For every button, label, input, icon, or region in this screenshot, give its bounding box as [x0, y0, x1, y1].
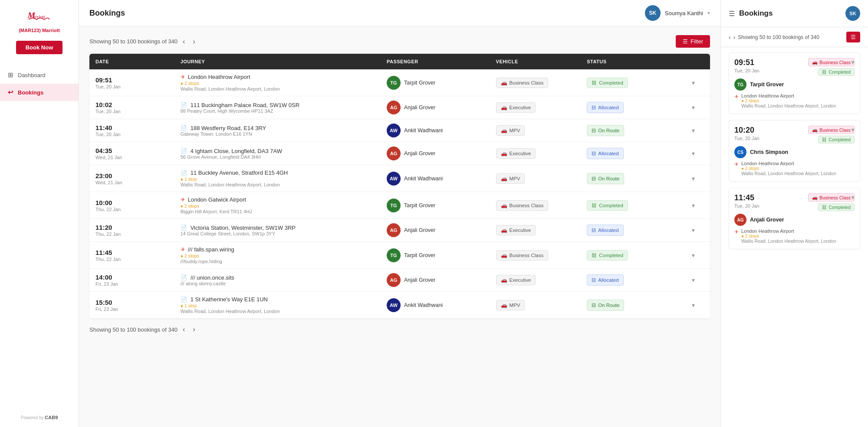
rp-card-badges: 🚗 Business Class ⛓ Completed [808, 58, 855, 76]
passenger-avatar: AG [387, 273, 401, 287]
next-page-button[interactable]: › [190, 37, 197, 46]
sidebar-item-bookings[interactable]: ↩ Bookings [0, 84, 79, 101]
passenger-name: Anjali Grover [404, 104, 435, 111]
passenger-name: Ankit Wadhwani [404, 176, 443, 182]
passenger-avatar: AW [387, 124, 401, 137]
expand-row-button[interactable]: ▾ [690, 78, 697, 88]
doc-icon: 📄 [181, 274, 187, 280]
table-row: 14:00 Fri, 23 Jan 📄 /// union.once.sits … [89, 269, 710, 292]
chevron-down-icon[interactable]: ▾ [707, 10, 710, 16]
passenger-avatar: TG [387, 248, 401, 262]
doc-icon: 📄 [181, 170, 187, 176]
sidebar-item-dashboard[interactable]: ⊞ Dashboard [0, 66, 79, 84]
journey-cell: ✈ London Heathrow Airport ● 2 stops Wall… [174, 69, 381, 96]
rp-journey-row: ✈ London Heathrow Airport ● 2 stops Wall… [734, 228, 855, 244]
rp-cards-list: 09:51 Tue, 20 Jan 🚗 Business Class ⛓ Com… [721, 47, 868, 427]
status-icon: ⊟ [592, 150, 596, 156]
rp-passenger-name: Chris Simpson [750, 149, 788, 155]
bottom-prev-page-button[interactable]: ‹ [180, 325, 187, 334]
table-row: 10:02 Tue, 20 Jan 📄 111 Buckingham Palac… [89, 96, 710, 119]
rp-card-time-date: 11:45 Tue, 20 Jan [734, 193, 760, 209]
avatar: SK [645, 5, 661, 21]
rp-prev-page-button[interactable]: ‹ [729, 34, 731, 41]
rp-expand-button[interactable]: ▾ [851, 58, 855, 66]
rp-passenger-name: Anjali Grover [750, 217, 784, 223]
passenger-avatar: AG [387, 223, 401, 237]
filter-label: Filter [690, 38, 703, 45]
passenger-avatar: TG [387, 76, 401, 90]
expand-row-button[interactable]: ▾ [690, 275, 697, 285]
date-cell: 11:40 Tue, 20 Jan [89, 119, 174, 142]
rp-next-page-button[interactable]: › [733, 34, 736, 41]
rp-expand-button[interactable]: ▾ [851, 193, 855, 202]
status-cell: ⊟ On Route [581, 165, 684, 192]
vehicle-icon: 🚗 [501, 104, 507, 111]
expand-row-button[interactable]: ▾ [690, 173, 697, 184]
rp-plane-icon: ✈ [734, 229, 739, 235]
expand-cell: ▾ [684, 192, 710, 219]
expand-row-button[interactable]: ▾ [690, 148, 697, 159]
journey-cell: ✈ /// falls.span.wiring ● 2 stops ///bud… [174, 242, 381, 269]
passenger-cell: AW Ankit Wadhwani [381, 292, 490, 319]
journey-name: ✈ London Heathrow Airport [181, 74, 375, 80]
status-badge: ⊟ Allocated [587, 274, 623, 286]
rp-journey-details: London Heathrow Airport ● 2 stops Wallis… [741, 161, 836, 176]
expand-cell: ▾ [684, 219, 710, 242]
vehicle-cell: 🚗 Executive [490, 269, 581, 292]
booking-time: 14:00 [95, 274, 168, 281]
prev-page-button[interactable]: ‹ [180, 37, 187, 46]
vehicle-badge: 🚗 Business Class [496, 200, 549, 211]
rp-journey-stops: ● 2 stops [741, 98, 836, 103]
journey-address: /// along.skinny.castle [181, 281, 375, 286]
passenger-avatar: TG [387, 199, 401, 212]
passenger-cell: TG Tarpit Grover [381, 192, 490, 219]
expand-row-button[interactable]: ▾ [690, 225, 697, 235]
journey-name: 📄 Victoria Station, Westminster, SW1W 3R… [181, 225, 375, 231]
vehicle-icon: 🚗 [501, 176, 507, 182]
rp-status-badge: ⛓ Completed [818, 68, 855, 76]
rp-journey-stops: ● 2 stops [741, 234, 836, 238]
status-cell: ⛓ Completed [581, 242, 684, 269]
top-pagination-row: Showing 50 to 100 bookings of 340 ‹ › ☰ … [89, 35, 710, 48]
rp-journey-address: Wallis Road, London Heathrow Airport, Lo… [741, 103, 836, 108]
expand-row-button[interactable]: ▾ [690, 125, 697, 136]
rp-filter-button[interactable]: ☰ [846, 32, 860, 42]
rp-card-date: Tue, 20 Jan [734, 203, 760, 209]
booking-time: 15:50 [95, 299, 168, 306]
rp-status-icon: ⛓ [822, 69, 827, 75]
rp-journey-name: London Heathrow Airport [741, 161, 836, 166]
expand-row-button[interactable]: ▾ [690, 300, 697, 310]
journey-address: Biggin Hill Airport, Kent TR11 4HJ [181, 209, 375, 214]
journey-name: ✈ /// falls.span.wiring [181, 246, 375, 253]
passenger-avatar: AG [387, 101, 401, 114]
status-cell: ⊟ Allocated [581, 219, 684, 242]
vehicle-icon: 🚗 [501, 127, 507, 134]
date-cell: 14:00 Fri, 23 Jan [89, 269, 174, 292]
filter-button[interactable]: ☰ Filter [676, 35, 710, 48]
status-badge: ⛓ Completed [587, 78, 628, 88]
bottom-next-page-button[interactable]: › [190, 325, 197, 334]
expand-row-button[interactable]: ▾ [690, 200, 697, 211]
date-cell: 09:51 Tue, 20 Jan [89, 69, 174, 96]
book-now-button[interactable]: Book Now [16, 41, 63, 54]
journey-name: 📄 188 Westferry Road, E14 3RY [181, 125, 375, 131]
date-cell: 11:20 Thu, 22 Jan [89, 219, 174, 242]
rp-expand-button[interactable]: ▾ [851, 126, 855, 134]
expand-cell: ▾ [684, 119, 710, 142]
status-badge: ⊟ On Route [587, 300, 624, 311]
rp-journey-stops: ● 2 stops [741, 166, 836, 171]
rp-passenger-row: AG Anjali Grover [734, 214, 855, 226]
expand-row-button[interactable]: ▾ [690, 102, 697, 113]
booking-date: Tue, 20 Jan [95, 132, 168, 137]
vehicle-cell: 🚗 Executive [490, 96, 581, 119]
vehicle-icon: 🚗 [501, 80, 507, 86]
expand-row-button[interactable]: ▾ [690, 250, 697, 261]
rp-plane-icon: ✈ [734, 161, 739, 167]
rp-passenger-row: CS Chris Simpson [734, 146, 855, 158]
rp-sub-header: ‹ › Showing 50 to 100 bookings of 340 ☰ [721, 27, 868, 47]
vehicle-badge: 🚗 Executive [496, 225, 536, 235]
top-pagination-info: Showing 50 to 100 bookings of 340 [89, 38, 178, 45]
booking-date: Thu, 22 Jan [95, 207, 168, 212]
rp-card-date: Tue, 20 Jan [734, 136, 760, 141]
rp-card-date: Tue, 20 Jan [734, 68, 760, 73]
